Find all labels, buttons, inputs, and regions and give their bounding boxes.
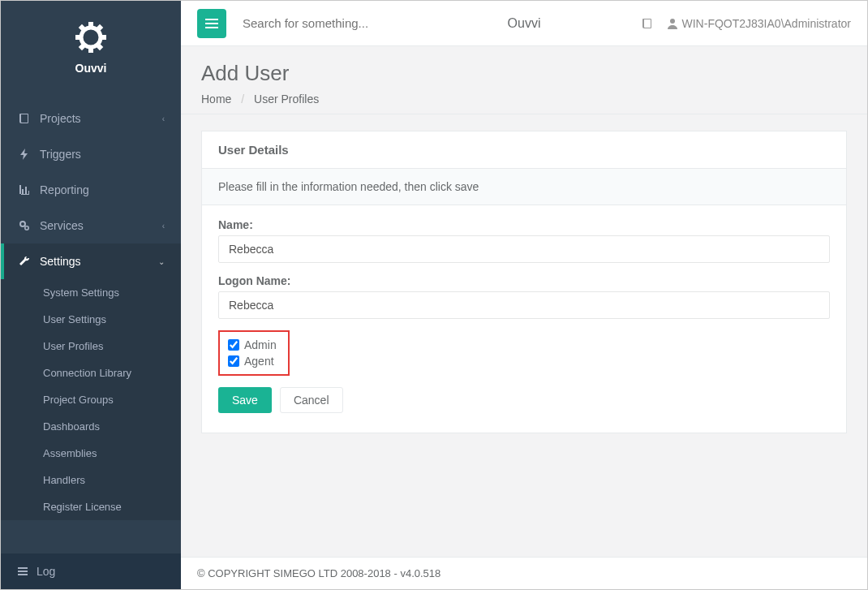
topbar: Ouvvi WIN-FQOT2J83IA0\Administrator [181, 1, 867, 46]
book-icon[interactable] [642, 18, 653, 29]
subitem-user-settings[interactable]: User Settings [1, 306, 181, 333]
agent-checkbox-label: Agent [244, 355, 274, 368]
page-title: Add User [201, 61, 847, 86]
sidebar-item-settings[interactable]: Settings ⌄ [1, 243, 181, 279]
role-checkbox-group: Admin Agent [218, 330, 290, 376]
sidebar-nav: Projects ‹ Triggers Reporting Services ‹ [1, 101, 181, 520]
brand-logo-icon: S [72, 17, 110, 54]
subitem-dashboards[interactable]: Dashboards [1, 413, 181, 440]
panel-info: Please fill in the information needed, t… [202, 169, 846, 205]
subitem-user-profiles[interactable]: User Profiles [1, 333, 181, 360]
content: User Details Please fill in the informat… [181, 114, 867, 557]
logon-input[interactable] [218, 291, 830, 319]
breadcrumb-current: User Profiles [254, 93, 319, 106]
user-label: WIN-FQOT2J83IA0\Administrator [682, 17, 852, 30]
breadcrumb-home[interactable]: Home [201, 93, 231, 106]
sidebar-item-projects[interactable]: Projects ‹ [1, 101, 181, 136]
field-logon-name: Logon Name: [218, 274, 830, 319]
sidebar-item-label: Reporting [40, 183, 89, 196]
subitem-project-groups[interactable]: Project Groups [1, 386, 181, 413]
page-heading: Add User Home / User Profiles [181, 46, 867, 114]
save-button[interactable]: Save [218, 387, 272, 413]
sidebar-item-label: Settings [40, 255, 81, 268]
subitem-connection-library[interactable]: Connection Library [1, 360, 181, 386]
book-icon [17, 113, 32, 124]
chevron-down-icon: ⌄ [158, 257, 165, 266]
subitem-assemblies[interactable]: Assemblies [1, 440, 181, 467]
list-icon [17, 566, 28, 577]
field-name: Name: [218, 218, 830, 263]
svg-rect-4 [88, 46, 93, 53]
sidebar-item-reporting[interactable]: Reporting [1, 172, 181, 208]
chart-icon [17, 184, 32, 196]
logon-label: Logon Name: [218, 274, 830, 287]
breadcrumb: Home / User Profiles [201, 93, 847, 106]
bolt-icon [17, 149, 32, 160]
topbar-center-title: Ouvvi [508, 16, 541, 31]
admin-checkbox-label: Admin [244, 338, 277, 351]
topbar-right: WIN-FQOT2J83IA0\Administrator [642, 17, 852, 30]
button-row: Save Cancel [218, 387, 830, 413]
subitem-register-license[interactable]: Register License [1, 493, 181, 520]
svg-rect-2 [100, 35, 106, 40]
subitem-handlers[interactable]: Handlers [1, 467, 181, 493]
sidebar-item-label: Services [40, 219, 84, 232]
panel-body: Name: Logon Name: Admin Agent [202, 205, 846, 433]
sidebar-toggle-button[interactable] [197, 9, 226, 38]
sidebar-footer-label: Log [37, 565, 55, 578]
sidebar: S Ouvvi Projects ‹ Triggers Reporting [1, 1, 181, 589]
sidebar-footer-log[interactable]: Log [1, 553, 181, 589]
panel-heading: User Details [202, 131, 846, 169]
name-label: Name: [218, 218, 830, 231]
svg-rect-12 [205, 19, 218, 20]
user-icon [668, 18, 677, 29]
footer: © COPYRIGHT SIMEGO LTD 2008-2018 - v4.0.… [181, 557, 867, 589]
svg-text:S: S [87, 31, 94, 44]
svg-rect-14 [205, 27, 218, 28]
svg-point-15 [670, 19, 675, 24]
sidebar-item-label: Projects [40, 112, 81, 125]
sidebar-item-label: Triggers [40, 148, 81, 161]
chevron-left-icon: ‹ [162, 114, 165, 123]
admin-checkbox[interactable] [228, 339, 239, 351]
svg-rect-1 [88, 22, 93, 28]
name-input[interactable] [218, 235, 830, 263]
svg-rect-3 [75, 35, 82, 40]
agent-checkbox[interactable] [228, 355, 239, 367]
wrench-icon [17, 256, 32, 267]
breadcrumb-sep: / [241, 93, 244, 106]
svg-rect-13 [205, 23, 218, 24]
svg-point-11 [25, 226, 28, 230]
search-input[interactable] [243, 16, 453, 30]
sidebar-submenu-settings: System Settings User Settings User Profi… [1, 279, 181, 520]
cogs-icon [17, 220, 32, 231]
sidebar-item-triggers[interactable]: Triggers [1, 136, 181, 172]
main: Ouvvi WIN-FQOT2J83IA0\Administrator Add … [181, 1, 867, 589]
sidebar-item-services[interactable]: Services ‹ [1, 208, 181, 243]
sidebar-header: S Ouvvi [1, 1, 181, 84]
cancel-button[interactable]: Cancel [280, 387, 343, 413]
subitem-system-settings[interactable]: System Settings [1, 279, 181, 306]
panel-user-details: User Details Please fill in the informat… [201, 131, 847, 433]
brand-name: Ouvvi [1, 62, 181, 75]
user-menu[interactable]: WIN-FQOT2J83IA0\Administrator [668, 17, 852, 30]
svg-point-10 [20, 222, 25, 226]
chevron-left-icon: ‹ [162, 222, 165, 230]
footer-text: © COPYRIGHT SIMEGO LTD 2008-2018 - v4.0.… [197, 567, 440, 579]
